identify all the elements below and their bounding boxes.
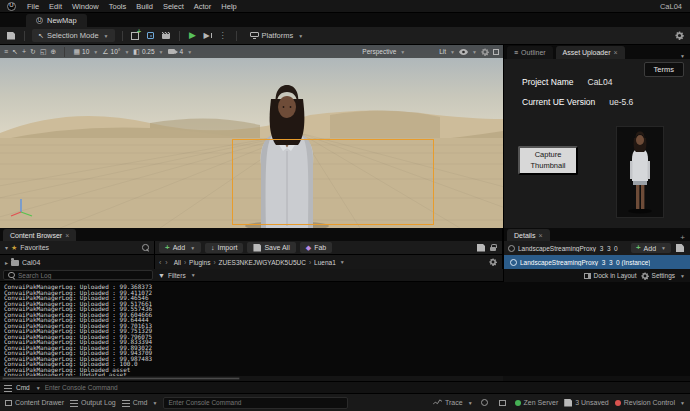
scrollbar-thumb[interactable] [2, 377, 240, 380]
blueprints-icon [147, 32, 154, 39]
camera-speed-dropdown[interactable]: 4▼ [168, 48, 193, 55]
statusbar-cmd-dropdown[interactable]: Cmd ▼ [122, 399, 158, 407]
tree-item-cal04[interactable]: ▸ Cal04 [0, 255, 155, 269]
grid-icon: ▦ [73, 48, 80, 56]
close-icon[interactable]: × [538, 232, 542, 239]
output-log-button[interactable]: Output Log [70, 399, 116, 407]
log-search-input[interactable] [18, 272, 148, 279]
scale-snap-dropdown[interactable]: ◧0.25▼ [133, 48, 163, 56]
chevron-down-icon: ▾ [5, 244, 8, 251]
chevron-down-icon: ▼ [661, 245, 666, 251]
details-instance-row[interactable]: LandscapeStreamingProxy_3_3_0 (Instance) [504, 255, 690, 269]
tab-outliner[interactable]: ≡ Outliner [507, 46, 553, 59]
favorites-header[interactable]: ▾ ★ Favorites [0, 241, 155, 254]
content-browser-panel: Content Browser × ▾ ★ Favorites + Add ▼ … [0, 228, 503, 269]
show-flags-dropdown[interactable]: ▼ [459, 49, 477, 55]
widget-reflector-button[interactable] [497, 396, 509, 409]
save-level-button[interactable] [5, 29, 17, 42]
drawer-settings-dropdown[interactable]: Settings ▼ [641, 272, 685, 280]
add-component-button[interactable]: + Add ▼ [631, 243, 671, 253]
details-save-button[interactable] [674, 242, 686, 255]
tab-asset-uploader[interactable]: Asset Uploader × [556, 46, 625, 59]
chevron-down-icon: ▼ [472, 49, 477, 55]
perspective-dropdown[interactable]: Perspective▼ [362, 48, 405, 55]
unsaved-status[interactable]: 3 Unsaved [564, 399, 608, 407]
trace-dropdown[interactable]: Trace ▼ [433, 399, 473, 406]
path-options-button[interactable] [487, 256, 499, 269]
breadcrumb-plugin-id[interactable]: ZUES3NKEJWGYADK5U5UC [210, 259, 305, 266]
log-search-box[interactable] [3, 270, 153, 280]
viewport-menu-icon[interactable]: ≡ [4, 48, 8, 55]
breadcrumb-luena1[interactable]: Luena1 [306, 259, 336, 266]
skip-frame-button[interactable]: ▶ [202, 29, 214, 42]
output-log[interactable]: ConvaiPakManagerLog: Uploaded : 99.36837… [0, 282, 690, 376]
breadcrumb: All Plugins ZUES3NKEJWGYADK5U5UC Luena1 [174, 259, 336, 266]
chevron-down-icon[interactable]: ▼ [340, 259, 345, 265]
close-icon[interactable]: × [65, 232, 69, 239]
play-options-button[interactable]: ⋮ [217, 29, 229, 42]
rotate-tool-icon[interactable]: ↻ [30, 48, 36, 56]
cmd-dropdown[interactable]: Cmd [16, 384, 30, 391]
selection-mode-label: Selection Mode [47, 31, 99, 40]
breadcrumb-all[interactable]: All [174, 259, 181, 266]
scale-tool-icon[interactable]: ◱ [40, 48, 47, 56]
view-mode-dropdown[interactable]: Lit▼ [439, 48, 455, 55]
console-command-input[interactable] [45, 384, 686, 391]
rotation-snap-dropdown[interactable]: ∠10°▼ [102, 48, 129, 56]
tab-options-icon[interactable]: ▼ [680, 53, 685, 59]
level-viewport[interactable]: ≡ ↖ + ↻ ◱ ⊕ ▦10▼ ∠10°▼ ◧0.25▼ 4▼ Perspec… [0, 45, 503, 228]
quick-add-button[interactable] [130, 29, 142, 42]
cinematics-button[interactable] [160, 29, 172, 42]
log-filters-dropdown[interactable]: ▼ Filters ▼ [158, 272, 196, 279]
capture-thumbnail-button[interactable]: Capture Thumbnail [518, 146, 578, 175]
search-icon[interactable] [142, 244, 149, 251]
chevron-down-icon: ▼ [104, 33, 109, 39]
details-panel: Details × + LandscapeStreamingProxy_3_3_… [503, 228, 690, 269]
zen-server-status[interactable]: Zen Server [515, 399, 559, 406]
level-tab-bar: NewMap [0, 13, 690, 27]
selection-mode-dropdown[interactable]: ↖ Selection Mode ▼ [32, 29, 115, 42]
lock-button[interactable] [487, 241, 499, 254]
viewport-options-button[interactable] [481, 48, 489, 56]
world-space-icon[interactable]: ⊕ [51, 48, 57, 56]
save-all-button[interactable]: Save All [247, 242, 295, 253]
select-tool-icon[interactable]: ↖ [12, 48, 18, 56]
tab-newmap[interactable]: NewMap [26, 14, 87, 27]
menu-file[interactable]: File [22, 2, 44, 11]
terms-button[interactable]: Terms [644, 62, 684, 77]
menu-build[interactable]: Build [131, 2, 158, 11]
forward-icon[interactable]: › [165, 259, 167, 266]
maximize-viewport-button[interactable] [493, 49, 499, 55]
import-button[interactable]: ↓ Import [205, 243, 243, 253]
add-content-button[interactable]: + Add ▼ [159, 242, 201, 253]
chevron-down-icon: ▼ [93, 49, 98, 55]
close-icon[interactable]: × [613, 49, 617, 56]
menu-edit[interactable]: Edit [44, 2, 67, 11]
platforms-dropdown[interactable]: Platforms ▼ [244, 29, 310, 42]
blueprints-button[interactable] [145, 29, 157, 42]
content-drawer-button[interactable]: Content Drawer [5, 399, 64, 406]
move-tool-icon[interactable]: + [22, 48, 26, 55]
toolbar-settings-button[interactable] [673, 29, 685, 42]
menu-help[interactable]: Help [216, 2, 241, 11]
menu-window[interactable]: Window [67, 2, 104, 11]
menu-tools[interactable]: Tools [104, 2, 132, 11]
folder-icon [11, 260, 19, 266]
menu-actor[interactable]: Actor [189, 2, 217, 11]
statusbar-console-input[interactable] [168, 399, 343, 406]
statusbar-console-box[interactable] [163, 397, 348, 409]
save-dirty-packages-button[interactable] [475, 241, 487, 254]
chevron-down-icon: ▼ [159, 49, 164, 55]
back-icon[interactable]: ‹ [159, 259, 161, 266]
fab-button[interactable]: ◆ Fab [300, 242, 332, 253]
dock-in-layout-button[interactable]: Dock in Layout [584, 272, 637, 279]
grid-snap-dropdown[interactable]: ▦10▼ [73, 48, 98, 56]
character-thumbnail [616, 126, 664, 218]
breadcrumb-plugins[interactable]: Plugins [181, 259, 211, 266]
right-panel-tabs: ≡ Outliner Asset Uploader × ▼ [504, 45, 690, 59]
insights-button[interactable] [479, 396, 491, 409]
revision-control-dropdown[interactable]: Revision Control ▼ [615, 399, 685, 406]
menu-select[interactable]: Select [158, 2, 189, 11]
add-cube-icon [131, 31, 140, 40]
play-button[interactable]: ▶ [187, 29, 199, 42]
